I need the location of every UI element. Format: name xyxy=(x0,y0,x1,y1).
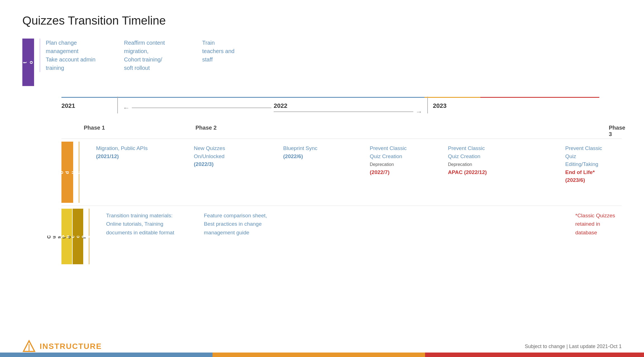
customer-badge: Customer xyxy=(22,39,34,86)
divider-2023 xyxy=(427,97,428,113)
timeline-blue xyxy=(61,97,424,98)
timeline-section: 2021 ← 2022 → 2023 xyxy=(61,94,599,116)
customer-item-1: Plan change management Take account admi… xyxy=(46,39,107,72)
instructure-logo-icon xyxy=(22,340,36,353)
success-item-feature: Feature comparison sheet, Best practices… xyxy=(204,211,267,237)
product-row: Product Migration, Public APIs (2021/12)… xyxy=(61,139,622,203)
product-item-prevent2: Prevent ClassicQuiz Creation Deprecation… xyxy=(448,144,487,176)
success-items: Transition training materials: Online tu… xyxy=(106,209,622,264)
product-items: Migration, Public APIs (2021/12) New Qui… xyxy=(96,142,622,203)
footer-bar-red xyxy=(425,353,644,357)
customer-success-row: Customer Success Transition training mat… xyxy=(61,206,622,264)
success-badge: Success xyxy=(73,209,83,264)
customer-content: Plan change management Take account admi… xyxy=(40,39,235,72)
product-item-blueprint: Blueprint Sync (2022/6) xyxy=(283,144,318,160)
customer-item-3: Train teachers and staff xyxy=(202,39,235,72)
product-item-prevent3: Prevent ClassicQuizEditing/Taking End of… xyxy=(565,144,602,184)
logo-text: INSTRUCTURE xyxy=(40,342,102,351)
year-labels: 2021 ← 2022 → 2023 xyxy=(61,102,599,116)
product-item-prevent1: Prevent ClassicQuiz Creation Deprecation… xyxy=(370,144,407,176)
page-container: Quizzes Transition Timeline Customer Pla… xyxy=(0,0,644,357)
product-item-newquizzes: New QuizzesOn/Unlocked (2022/3) xyxy=(194,144,225,168)
timeline-bar xyxy=(61,94,599,100)
bottom-section: Phase 1 Phase 2 Phase 3 Product Migratio… xyxy=(61,125,622,264)
customer-item-2: Reaffirm content migration, Cohort train… xyxy=(124,39,185,72)
year-2021: 2021 xyxy=(61,102,75,110)
phase-2-label: Phase 2 xyxy=(195,125,217,131)
arrow-2022-right: → xyxy=(274,108,422,116)
phase-labels: Phase 1 Phase 2 Phase 3 xyxy=(61,125,622,136)
footer-bar xyxy=(0,353,644,357)
phase-1-label: Phase 1 xyxy=(84,125,105,131)
success-item-training: Transition training materials: Online tu… xyxy=(106,211,174,237)
customer-top-section: Customer Plan change management Take acc… xyxy=(22,39,622,86)
footer-note: Subject to change | Last update 2021-Oct… xyxy=(525,344,622,349)
logo-area: INSTRUCTURE xyxy=(22,340,102,353)
timeline-red xyxy=(480,97,599,98)
year-2023: 2023 xyxy=(433,102,447,110)
product-badge: Product xyxy=(61,142,73,203)
divider-2021 xyxy=(117,97,118,113)
footer-bar-blue xyxy=(0,353,213,357)
arrow-2022-left: ← xyxy=(123,104,271,112)
product-item-migration: Migration, Public APIs (2021/12) xyxy=(96,144,148,160)
success-item-retained: *Classic Quizzes retained in database xyxy=(575,211,615,237)
phase-3-label: Phase 3 xyxy=(609,125,625,137)
timeline-gold xyxy=(424,97,480,98)
footer-bar-gold xyxy=(213,353,425,357)
page-title: Quizzes Transition Timeline xyxy=(22,14,622,27)
